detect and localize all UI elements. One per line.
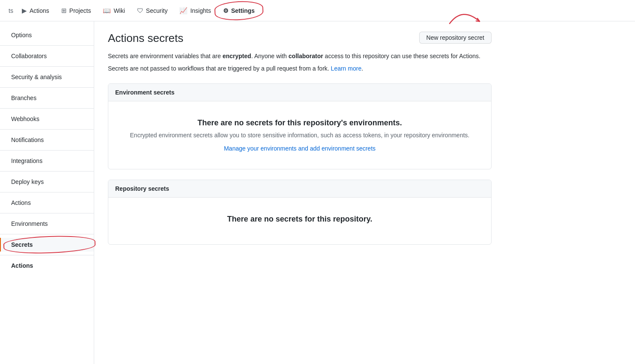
desc1-post: access to this repository can use these … (323, 53, 480, 59)
sidebar-item-integrations[interactable]: Integrations (0, 154, 94, 168)
env-secrets-manage-link[interactable]: Manage your environments and add environ… (224, 145, 376, 152)
description-line1: Secrets are environment variables that a… (108, 52, 492, 61)
secrets-wrapper: Secrets (0, 238, 94, 252)
sidebar-divider-10 (0, 234, 94, 234)
wiki-icon: 📖 (103, 7, 111, 15)
repo-secrets-header: Repository secrets (108, 180, 491, 198)
desc1-pre: Secrets are environment variables that a… (108, 53, 223, 59)
page-layout: Options Collaborators Security & analysi… (0, 21, 635, 364)
sidebar-item-notifications[interactable]: Notifications (0, 133, 94, 147)
env-secrets-header: Environment secrets (108, 84, 491, 101)
main-content: Actions secrets New repository secret Se… (94, 21, 505, 364)
env-secrets-empty-desc: Encrypted environment secrets allow you … (115, 131, 484, 140)
env-secrets-section: Environment secrets There are no secrets… (108, 83, 492, 169)
top-nav: ts ▶ Actions ⊞ Projects 📖 Wiki 🛡 Securit… (0, 0, 635, 21)
nav-dots: ts (7, 4, 15, 18)
description-line2: Secrets are not passed to workflows that… (108, 64, 492, 73)
page-header: Actions secrets New repository secret (108, 32, 492, 45)
learn-more-link[interactable]: Learn more (331, 65, 362, 72)
sidebar: Options Collaborators Security & analysi… (0, 21, 94, 364)
sidebar-item-deploy-keys[interactable]: Deploy keys (0, 175, 94, 189)
new-repository-secret-button[interactable]: New repository secret (419, 32, 492, 44)
page-title: Actions secrets (108, 32, 183, 45)
sidebar-item-security-analysis[interactable]: Security & analysis (0, 70, 94, 84)
settings-icon: ⚙ (223, 7, 229, 14)
sidebar-divider-7 (0, 171, 94, 172)
sidebar-item-actions-footer[interactable]: Actions (0, 259, 94, 272)
projects-icon: ⊞ (61, 7, 67, 15)
nav-item-insights[interactable]: 📈 Insights (174, 3, 216, 18)
nav-actions-label: Actions (30, 7, 49, 14)
repo-secrets-empty-title: There are no secrets for this repository… (115, 215, 484, 224)
env-secrets-empty: There are no secrets for this repository… (108, 101, 491, 169)
sidebar-divider-4 (0, 108, 94, 109)
env-secrets-empty-title: There are no secrets for this repository… (115, 118, 484, 127)
nav-item-wiki[interactable]: 📖 Wiki (98, 3, 130, 18)
desc2-post: . (361, 65, 363, 72)
sidebar-divider-3 (0, 87, 94, 88)
desc2-pre: Secrets are not passed to workflows that… (108, 65, 331, 72)
sidebar-divider-11 (0, 255, 94, 255)
nav-projects-label: Projects (69, 7, 91, 14)
nav-item-actions[interactable]: ▶ Actions (17, 3, 54, 18)
sidebar-item-webhooks[interactable]: Webhooks (0, 112, 94, 126)
security-icon: 🛡 (137, 7, 143, 14)
nav-item-security[interactable]: 🛡 Security (132, 3, 173, 18)
sidebar-item-secrets[interactable]: Secrets (0, 238, 94, 252)
repo-secrets-section: Repository secrets There are no secrets … (108, 180, 492, 245)
sidebar-item-options[interactable]: Options (0, 28, 94, 42)
sidebar-item-actions[interactable]: Actions (0, 196, 94, 210)
sidebar-divider-6 (0, 150, 94, 151)
repo-secrets-empty: There are no secrets for this repository… (108, 198, 491, 244)
insights-icon: 📈 (179, 7, 188, 15)
sidebar-divider-5 (0, 129, 94, 130)
nav-settings-label: Settings (231, 7, 255, 14)
nav-item-settings[interactable]: ⚙ Settings (218, 4, 260, 18)
sidebar-divider-1 (0, 45, 94, 46)
desc1-bold1: encrypted (223, 53, 251, 59)
sidebar-divider-9 (0, 213, 94, 213)
sidebar-divider-2 (0, 66, 94, 67)
sidebar-item-environments[interactable]: Environments (0, 217, 94, 231)
actions-icon: ▶ (22, 7, 27, 15)
sidebar-item-collaborators[interactable]: Collaborators (0, 49, 94, 63)
nav-item-projects[interactable]: ⊞ Projects (56, 3, 96, 18)
desc1-mid: . Anyone with (251, 53, 289, 59)
sidebar-divider-8 (0, 192, 94, 192)
nav-security-label: Security (146, 7, 168, 14)
desc1-bold2: collaborator (289, 53, 323, 59)
nav-wiki-label: Wiki (113, 7, 125, 14)
sidebar-item-branches[interactable]: Branches (0, 91, 94, 105)
nav-insights-label: Insights (190, 7, 211, 14)
